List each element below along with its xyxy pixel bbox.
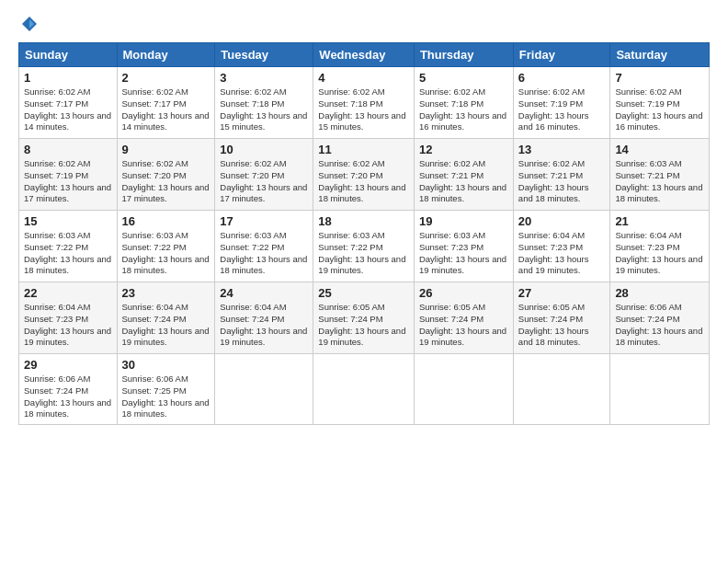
calendar-cell bbox=[610, 354, 710, 425]
calendar-cell: 20Sunrise: 6:04 AMSunset: 7:23 PMDayligh… bbox=[513, 211, 610, 282]
calendar-cell: 22Sunrise: 6:04 AMSunset: 7:23 PMDayligh… bbox=[19, 282, 118, 354]
calendar-cell bbox=[414, 354, 513, 425]
calendar-header-wednesday: Wednesday bbox=[313, 43, 415, 67]
day-info: Sunrise: 6:05 AMSunset: 7:24 PMDaylight:… bbox=[419, 302, 508, 349]
calendar-cell: 3Sunrise: 6:02 AMSunset: 7:18 PMDaylight… bbox=[215, 67, 313, 139]
day-number: 3 bbox=[220, 71, 308, 85]
calendar-cell bbox=[313, 354, 415, 425]
calendar-cell: 24Sunrise: 6:04 AMSunset: 7:24 PMDayligh… bbox=[215, 282, 313, 354]
day-info: Sunrise: 6:05 AMSunset: 7:24 PMDaylight:… bbox=[518, 302, 606, 349]
calendar-cell: 8Sunrise: 6:02 AMSunset: 7:19 PMDaylight… bbox=[19, 139, 118, 211]
calendar-cell: 16Sunrise: 6:03 AMSunset: 7:22 PMDayligh… bbox=[117, 211, 215, 282]
calendar-cell: 12Sunrise: 6:02 AMSunset: 7:21 PMDayligh… bbox=[414, 139, 513, 211]
day-info: Sunrise: 6:02 AMSunset: 7:17 PMDaylight:… bbox=[122, 86, 210, 133]
day-info: Sunrise: 6:03 AMSunset: 7:22 PMDaylight:… bbox=[318, 230, 409, 277]
day-number: 2 bbox=[122, 71, 210, 85]
day-info: Sunrise: 6:03 AMSunset: 7:23 PMDaylight:… bbox=[419, 230, 508, 277]
calendar-cell: 23Sunrise: 6:04 AMSunset: 7:24 PMDayligh… bbox=[117, 282, 215, 354]
day-number: 30 bbox=[122, 358, 210, 372]
calendar-cell: 27Sunrise: 6:05 AMSunset: 7:24 PMDayligh… bbox=[513, 282, 610, 354]
day-number: 4 bbox=[318, 71, 409, 85]
day-info: Sunrise: 6:02 AMSunset: 7:18 PMDaylight:… bbox=[318, 86, 409, 133]
calendar: SundayMondayTuesdayWednesdayThursdayFrid… bbox=[18, 42, 710, 425]
day-number: 20 bbox=[518, 214, 606, 228]
calendar-header-tuesday: Tuesday bbox=[215, 43, 313, 67]
day-info: Sunrise: 6:02 AMSunset: 7:19 PMDaylight:… bbox=[24, 158, 112, 205]
calendar-cell: 18Sunrise: 6:03 AMSunset: 7:22 PMDayligh… bbox=[313, 211, 415, 282]
day-number: 7 bbox=[615, 71, 704, 85]
header bbox=[18, 15, 710, 33]
day-number: 1 bbox=[24, 71, 112, 85]
day-info: Sunrise: 6:02 AMSunset: 7:20 PMDaylight:… bbox=[220, 158, 308, 205]
day-info: Sunrise: 6:06 AMSunset: 7:25 PMDaylight:… bbox=[122, 373, 210, 420]
day-number: 16 bbox=[122, 214, 210, 228]
day-number: 21 bbox=[615, 214, 704, 228]
calendar-header-row: SundayMondayTuesdayWednesdayThursdayFrid… bbox=[19, 43, 710, 67]
day-number: 26 bbox=[419, 286, 508, 300]
day-number: 22 bbox=[24, 286, 112, 300]
day-number: 5 bbox=[419, 71, 508, 85]
day-info: Sunrise: 6:04 AMSunset: 7:24 PMDaylight:… bbox=[122, 302, 210, 349]
calendar-week-5: 29Sunrise: 6:06 AMSunset: 7:24 PMDayligh… bbox=[19, 354, 710, 425]
day-number: 29 bbox=[24, 358, 112, 372]
day-info: Sunrise: 6:02 AMSunset: 7:20 PMDaylight:… bbox=[122, 158, 210, 205]
calendar-header-thursday: Thursday bbox=[414, 43, 513, 67]
calendar-cell bbox=[215, 354, 313, 425]
calendar-cell bbox=[513, 354, 610, 425]
day-info: Sunrise: 6:03 AMSunset: 7:22 PMDaylight:… bbox=[122, 230, 210, 277]
day-info: Sunrise: 6:02 AMSunset: 7:18 PMDaylight:… bbox=[419, 86, 508, 133]
calendar-week-3: 15Sunrise: 6:03 AMSunset: 7:22 PMDayligh… bbox=[19, 211, 710, 282]
calendar-cell: 15Sunrise: 6:03 AMSunset: 7:22 PMDayligh… bbox=[19, 211, 118, 282]
calendar-cell: 19Sunrise: 6:03 AMSunset: 7:23 PMDayligh… bbox=[414, 211, 513, 282]
calendar-cell: 4Sunrise: 6:02 AMSunset: 7:18 PMDaylight… bbox=[313, 67, 415, 139]
day-number: 28 bbox=[615, 286, 704, 300]
calendar-cell: 6Sunrise: 6:02 AMSunset: 7:19 PMDaylight… bbox=[513, 67, 610, 139]
day-number: 18 bbox=[318, 214, 409, 228]
calendar-header-saturday: Saturday bbox=[610, 43, 710, 67]
day-info: Sunrise: 6:04 AMSunset: 7:23 PMDaylight:… bbox=[615, 230, 704, 277]
calendar-cell: 10Sunrise: 6:02 AMSunset: 7:20 PMDayligh… bbox=[215, 139, 313, 211]
day-info: Sunrise: 6:02 AMSunset: 7:21 PMDaylight:… bbox=[419, 158, 508, 205]
calendar-header-friday: Friday bbox=[513, 43, 610, 67]
day-number: 15 bbox=[24, 214, 112, 228]
calendar-cell: 13Sunrise: 6:02 AMSunset: 7:21 PMDayligh… bbox=[513, 139, 610, 211]
calendar-cell: 25Sunrise: 6:05 AMSunset: 7:24 PMDayligh… bbox=[313, 282, 415, 354]
calendar-cell: 26Sunrise: 6:05 AMSunset: 7:24 PMDayligh… bbox=[414, 282, 513, 354]
day-number: 17 bbox=[220, 214, 308, 228]
calendar-cell: 29Sunrise: 6:06 AMSunset: 7:24 PMDayligh… bbox=[19, 354, 118, 425]
day-number: 23 bbox=[122, 286, 210, 300]
day-info: Sunrise: 6:05 AMSunset: 7:24 PMDaylight:… bbox=[318, 302, 409, 349]
day-info: Sunrise: 6:02 AMSunset: 7:21 PMDaylight:… bbox=[518, 158, 606, 205]
day-info: Sunrise: 6:03 AMSunset: 7:21 PMDaylight:… bbox=[615, 158, 704, 205]
day-number: 11 bbox=[318, 143, 409, 156]
logo bbox=[18, 15, 39, 33]
day-number: 13 bbox=[518, 143, 606, 156]
calendar-cell: 21Sunrise: 6:04 AMSunset: 7:23 PMDayligh… bbox=[610, 211, 710, 282]
calendar-week-4: 22Sunrise: 6:04 AMSunset: 7:23 PMDayligh… bbox=[19, 282, 710, 354]
page: SundayMondayTuesdayWednesdayThursdayFrid… bbox=[0, 0, 728, 563]
calendar-cell: 30Sunrise: 6:06 AMSunset: 7:25 PMDayligh… bbox=[117, 354, 215, 425]
calendar-cell: 2Sunrise: 6:02 AMSunset: 7:17 PMDaylight… bbox=[117, 67, 215, 139]
day-number: 24 bbox=[220, 286, 308, 300]
day-info: Sunrise: 6:04 AMSunset: 7:24 PMDaylight:… bbox=[220, 302, 308, 349]
calendar-cell: 17Sunrise: 6:03 AMSunset: 7:22 PMDayligh… bbox=[215, 211, 313, 282]
day-number: 6 bbox=[518, 71, 606, 85]
calendar-cell: 9Sunrise: 6:02 AMSunset: 7:20 PMDaylight… bbox=[117, 139, 215, 211]
day-info: Sunrise: 6:06 AMSunset: 7:24 PMDaylight:… bbox=[24, 373, 112, 420]
day-info: Sunrise: 6:02 AMSunset: 7:17 PMDaylight:… bbox=[24, 86, 112, 133]
day-info: Sunrise: 6:02 AMSunset: 7:19 PMDaylight:… bbox=[615, 86, 704, 133]
calendar-week-2: 8Sunrise: 6:02 AMSunset: 7:19 PMDaylight… bbox=[19, 139, 710, 211]
day-number: 9 bbox=[122, 143, 210, 156]
day-number: 8 bbox=[24, 143, 112, 156]
logo-icon bbox=[20, 15, 39, 33]
day-info: Sunrise: 6:02 AMSunset: 7:18 PMDaylight:… bbox=[220, 86, 308, 133]
calendar-header-monday: Monday bbox=[117, 43, 215, 67]
calendar-cell: 5Sunrise: 6:02 AMSunset: 7:18 PMDaylight… bbox=[414, 67, 513, 139]
day-number: 27 bbox=[518, 286, 606, 300]
day-info: Sunrise: 6:04 AMSunset: 7:23 PMDaylight:… bbox=[24, 302, 112, 349]
calendar-cell: 11Sunrise: 6:02 AMSunset: 7:20 PMDayligh… bbox=[313, 139, 415, 211]
day-number: 10 bbox=[220, 143, 308, 156]
calendar-cell: 28Sunrise: 6:06 AMSunset: 7:24 PMDayligh… bbox=[610, 282, 710, 354]
calendar-cell: 14Sunrise: 6:03 AMSunset: 7:21 PMDayligh… bbox=[610, 139, 710, 211]
calendar-cell: 7Sunrise: 6:02 AMSunset: 7:19 PMDaylight… bbox=[610, 67, 710, 139]
